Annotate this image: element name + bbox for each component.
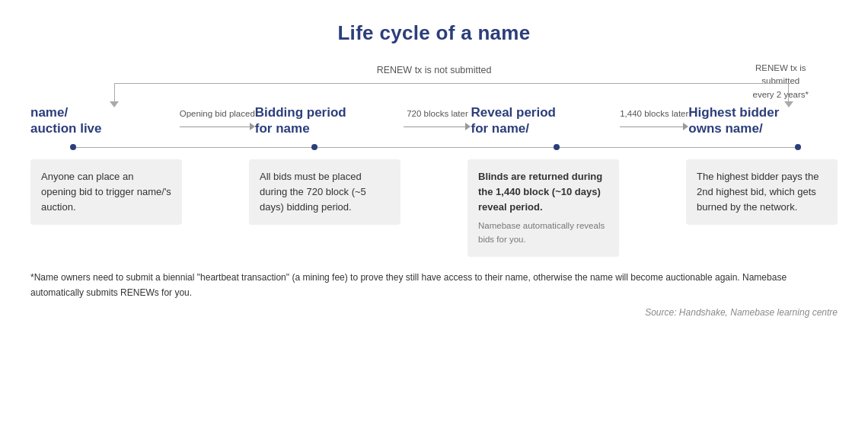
renew-arc-left-arrow: [110, 101, 119, 107]
stage-1: name/auction live: [30, 104, 180, 138]
renew-arc-right-vert: [788, 83, 789, 103]
renew-arc-line: [114, 83, 789, 84]
renew-arc-right-arrow: [784, 101, 793, 107]
stage-2-title: Bidding periodfor name: [255, 104, 404, 138]
page-title: Life cycle of a name: [30, 21, 838, 45]
dot-3: [554, 144, 560, 150]
dot-4: [795, 144, 801, 150]
stage-3-small-text: Namebase automatically reveals bids for …: [478, 219, 608, 247]
dot-1: [70, 144, 76, 150]
dot-line-2: [318, 147, 553, 148]
stage-1-title: name/auction live: [30, 104, 180, 138]
desc-boxes-row: Anyone can place an opening bid to trigg…: [30, 159, 838, 257]
dot-2: [311, 144, 318, 150]
stage-2-desc-box: All bids must be placed during the 720 b…: [249, 159, 400, 225]
stages-wrapper: name/auction live Opening bid placed Bid…: [30, 104, 838, 138]
renew-arc-left-vert: [114, 83, 115, 103]
stage-3: Reveal periodfor name/: [471, 104, 620, 138]
connector-3-label: 1,440 blocks later: [620, 109, 688, 118]
footnote: *Name owners need to submit a biennial "…: [30, 271, 792, 301]
connector-2-label: 720 blocks later: [407, 109, 468, 118]
connector-2: 720 blocks later: [404, 104, 471, 130]
dot-line-1: [76, 147, 311, 148]
connector-1: Opening bid placed: [180, 104, 255, 130]
stage-1-desc-box: Anyone can place an opening bid to trigg…: [30, 159, 182, 225]
dots-row: [30, 144, 838, 150]
stage-3-title: Reveal periodfor name/: [471, 104, 620, 138]
stage-4-title: Highest bidderowns name/: [688, 104, 838, 138]
stage-3-bold-text: Blinds are returned during the 1,440 blo…: [478, 171, 602, 213]
renew-arc-label: RENEW tx is not submitted: [377, 65, 492, 75]
renew-top-right-label: RENEW tx issubmittedevery 2 years*: [752, 62, 809, 101]
stage-2: Bidding periodfor name: [255, 104, 404, 138]
diagram-area: RENEW tx issubmittedevery 2 years* RENEW…: [30, 62, 838, 257]
stage-4-desc-box: The highest bidder pays the 2nd highest …: [686, 159, 838, 225]
dot-line-3: [560, 147, 795, 148]
stage-4: Highest bidderowns name/: [688, 104, 838, 138]
connector-3: 1,440 blocks later: [620, 104, 688, 130]
source-line: Source: Handshake, Namebase learning cen…: [30, 307, 838, 318]
connector-1-label: Opening bid placed: [180, 109, 255, 118]
stage-3-desc-box: Blinds are returned during the 1,440 blo…: [468, 159, 619, 257]
